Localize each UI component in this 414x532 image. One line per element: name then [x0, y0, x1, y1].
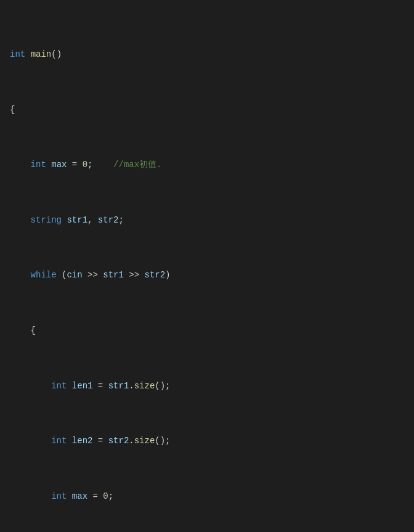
code-line-9: int max = 0;: [0, 489, 414, 503]
code-line-8: int len2 = str2.size();: [0, 434, 414, 448]
code-line-7: int len1 = str1.size();: [0, 379, 414, 393]
code-line-2: {: [0, 103, 414, 117]
code-line-5: while (cin >> str1 >> str2): [0, 268, 414, 282]
code-line-1: int main(): [0, 47, 414, 61]
code-line-6: {: [0, 324, 414, 337]
code-line-3: int max = 0; //max初值.: [0, 158, 414, 171]
code-block: int main() { int max = 0; //max初值. strin…: [0, 0, 414, 532]
code-line-4: string str1, str2;: [0, 213, 414, 227]
